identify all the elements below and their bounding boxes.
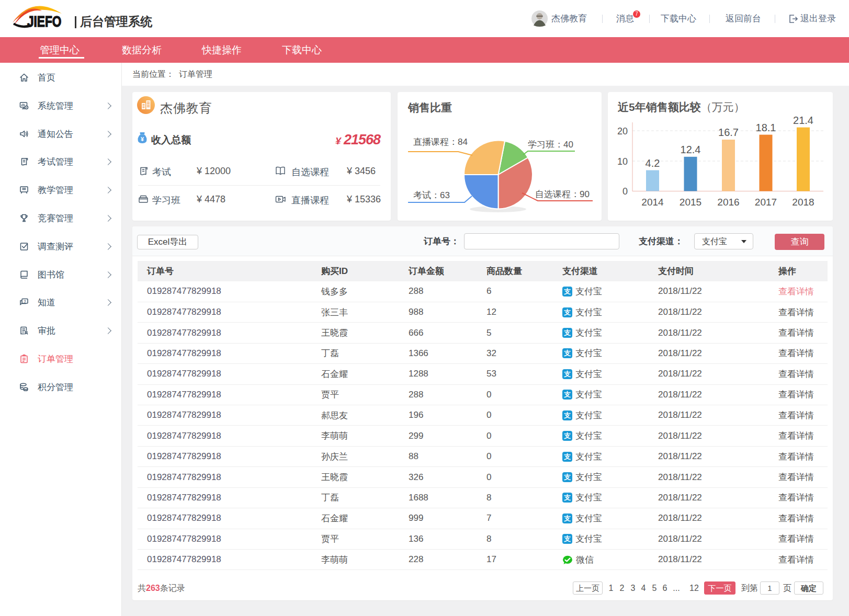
svg-text:¥: ¥ <box>141 136 144 142</box>
svg-text:18.1: 18.1 <box>756 122 776 133</box>
svg-text:10: 10 <box>617 156 628 167</box>
svg-text:支: 支 <box>563 349 571 357</box>
svg-text:支: 支 <box>563 473 571 481</box>
svg-text:0: 0 <box>622 186 628 197</box>
svg-text:2016: 2016 <box>717 197 739 208</box>
svg-text:支: 支 <box>563 288 571 295</box>
svg-text:4.2: 4.2 <box>646 157 660 169</box>
svg-text:JIEFO: JIEFO <box>27 13 61 30</box>
svg-text:16.7: 16.7 <box>718 127 739 138</box>
svg-text:12.4: 12.4 <box>681 144 701 155</box>
svg-text:支: 支 <box>563 453 571 461</box>
svg-text:学习班：40: 学习班：40 <box>528 140 573 150</box>
svg-text:2015: 2015 <box>680 197 701 208</box>
svg-text:21.4: 21.4 <box>793 115 813 126</box>
svg-text:支: 支 <box>563 309 571 316</box>
svg-text:2018: 2018 <box>792 197 814 208</box>
svg-text:支: 支 <box>563 370 571 378</box>
svg-text:支: 支 <box>563 391 571 398</box>
svg-text:后台管理系统: 后台管理系统 <box>80 15 153 28</box>
svg-text:直播课程：84: 直播课程：84 <box>413 137 468 147</box>
svg-text:考试：63: 考试：63 <box>413 190 450 200</box>
svg-text:支: 支 <box>563 515 571 522</box>
svg-text:2014: 2014 <box>641 197 664 208</box>
svg-text:?: ? <box>24 300 26 303</box>
svg-text:支: 支 <box>563 432 571 440</box>
svg-text:支: 支 <box>563 412 571 419</box>
svg-text:近5年销售额比较（万元）: 近5年销售额比较（万元） <box>617 101 745 113</box>
svg-text:2017: 2017 <box>755 197 777 208</box>
svg-text:支: 支 <box>563 494 571 501</box>
svg-text:20: 20 <box>617 126 628 136</box>
svg-text:支: 支 <box>563 329 571 337</box>
svg-text:自选课程：90: 自选课程：90 <box>535 189 590 199</box>
svg-text:支: 支 <box>563 535 571 543</box>
